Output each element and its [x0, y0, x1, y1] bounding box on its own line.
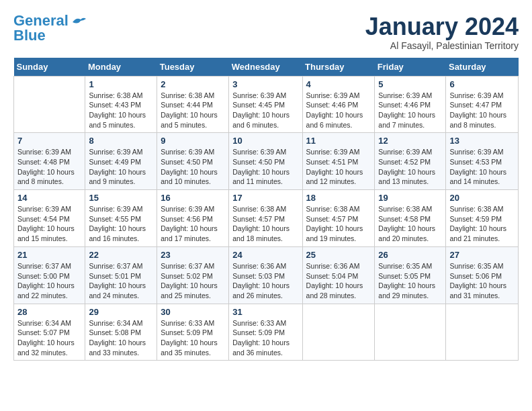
day-number: 18	[306, 193, 371, 203]
day-info: Sunrise: 6:38 AMSunset: 4:57 PMDaylight:…	[306, 204, 371, 244]
day-number: 17	[232, 193, 298, 203]
calendar-cell: 28Sunrise: 6:34 AMSunset: 5:07 PMDayligh…	[14, 304, 85, 361]
day-number: 19	[378, 193, 442, 203]
day-number: 25	[306, 250, 371, 260]
calendar-cell: 3Sunrise: 6:39 AMSunset: 4:45 PMDaylight…	[229, 76, 302, 133]
calendar-cell: 16Sunrise: 6:39 AMSunset: 4:56 PMDayligh…	[157, 190, 229, 247]
calendar-cell: 15Sunrise: 6:39 AMSunset: 4:55 PMDayligh…	[85, 190, 157, 247]
day-number: 1	[89, 79, 153, 89]
day-number: 4	[306, 79, 371, 89]
calendar-cell: 8Sunrise: 6:39 AMSunset: 4:49 PMDaylight…	[85, 133, 157, 190]
calendar-week-row: 28Sunrise: 6:34 AMSunset: 5:07 PMDayligh…	[14, 304, 519, 361]
day-number: 26	[378, 250, 442, 260]
day-number: 8	[89, 136, 153, 146]
day-info: Sunrise: 6:35 AMSunset: 5:06 PMDaylight:…	[449, 261, 515, 301]
logo-bird-icon	[71, 15, 86, 29]
calendar-week-row: 14Sunrise: 6:39 AMSunset: 4:54 PMDayligh…	[14, 190, 519, 247]
weekday-header-monday: Monday	[85, 58, 157, 77]
day-info: Sunrise: 6:35 AMSunset: 5:05 PMDaylight:…	[378, 261, 442, 301]
calendar-cell: 29Sunrise: 6:34 AMSunset: 5:08 PMDayligh…	[85, 304, 157, 361]
day-number: 31	[232, 307, 298, 317]
day-number: 3	[232, 79, 298, 89]
calendar-cell: 27Sunrise: 6:35 AMSunset: 5:06 PMDayligh…	[446, 246, 519, 304]
calendar-cell	[446, 304, 519, 361]
weekday-header-sunday: Sunday	[14, 58, 85, 77]
day-info: Sunrise: 6:33 AMSunset: 5:09 PMDaylight:…	[232, 318, 298, 358]
day-number: 23	[161, 250, 225, 260]
day-number: 27	[449, 250, 515, 260]
day-info: Sunrise: 6:34 AMSunset: 5:07 PMDaylight:…	[17, 318, 81, 358]
calendar-week-row: 1Sunrise: 6:38 AMSunset: 4:43 PMDaylight…	[14, 76, 519, 133]
calendar-cell: 23Sunrise: 6:37 AMSunset: 5:02 PMDayligh…	[157, 246, 229, 304]
calendar-cell: 17Sunrise: 6:38 AMSunset: 4:57 PMDayligh…	[229, 190, 302, 247]
calendar-cell: 26Sunrise: 6:35 AMSunset: 5:05 PMDayligh…	[375, 246, 446, 304]
calendar-cell: 22Sunrise: 6:37 AMSunset: 5:01 PMDayligh…	[85, 246, 157, 304]
day-number: 20	[449, 193, 515, 203]
day-number: 22	[89, 250, 153, 260]
day-info: Sunrise: 6:39 AMSunset: 4:48 PMDaylight:…	[17, 147, 81, 187]
calendar-cell: 9Sunrise: 6:39 AMSunset: 4:50 PMDaylight…	[157, 133, 229, 190]
day-info: Sunrise: 6:39 AMSunset: 4:50 PMDaylight:…	[161, 147, 225, 187]
logo-text: GeneralBlue	[13, 13, 69, 43]
month-title: January 2024	[365, 13, 519, 40]
day-info: Sunrise: 6:33 AMSunset: 5:09 PMDaylight:…	[161, 318, 225, 358]
day-info: Sunrise: 6:39 AMSunset: 4:54 PMDaylight:…	[17, 204, 81, 244]
day-number: 11	[306, 136, 371, 146]
title-section: January 2024 Al Fasayil, Palestinian Ter…	[365, 13, 519, 51]
weekday-header-saturday: Saturday	[446, 58, 519, 77]
day-number: 13	[449, 136, 515, 146]
calendar-cell: 1Sunrise: 6:38 AMSunset: 4:43 PMDaylight…	[85, 76, 157, 133]
weekday-header-thursday: Thursday	[302, 58, 375, 77]
calendar-cell: 18Sunrise: 6:38 AMSunset: 4:57 PMDayligh…	[302, 190, 375, 247]
day-info: Sunrise: 6:39 AMSunset: 4:51 PMDaylight:…	[306, 147, 371, 187]
day-number: 30	[161, 307, 225, 317]
day-number: 24	[232, 250, 298, 260]
calendar-cell: 2Sunrise: 6:38 AMSunset: 4:44 PMDaylight…	[157, 76, 229, 133]
calendar-cell	[375, 304, 446, 361]
calendar-cell: 20Sunrise: 6:38 AMSunset: 4:59 PMDayligh…	[446, 190, 519, 247]
calendar-cell: 31Sunrise: 6:33 AMSunset: 5:09 PMDayligh…	[229, 304, 302, 361]
calendar-header-row: SundayMondayTuesdayWednesdayThursdayFrid…	[14, 58, 519, 77]
day-info: Sunrise: 6:39 AMSunset: 4:46 PMDaylight:…	[306, 91, 371, 130]
day-number: 29	[89, 307, 153, 317]
weekday-header-friday: Friday	[375, 58, 446, 77]
location-subtitle: Al Fasayil, Palestinian Territory	[365, 40, 519, 51]
day-number: 10	[232, 136, 298, 146]
day-number: 5	[378, 79, 442, 89]
day-info: Sunrise: 6:39 AMSunset: 4:52 PMDaylight:…	[378, 147, 442, 187]
calendar-cell: 21Sunrise: 6:37 AMSunset: 5:00 PMDayligh…	[14, 246, 85, 304]
calendar-cell: 12Sunrise: 6:39 AMSunset: 4:52 PMDayligh…	[375, 133, 446, 190]
day-info: Sunrise: 6:34 AMSunset: 5:08 PMDaylight:…	[89, 318, 153, 358]
day-info: Sunrise: 6:38 AMSunset: 4:43 PMDaylight:…	[89, 91, 153, 130]
day-info: Sunrise: 6:36 AMSunset: 5:03 PMDaylight:…	[232, 261, 298, 301]
calendar-cell: 25Sunrise: 6:36 AMSunset: 5:04 PMDayligh…	[302, 246, 375, 304]
day-number: 21	[17, 250, 81, 260]
calendar-cell: 6Sunrise: 6:39 AMSunset: 4:47 PMDaylight…	[446, 76, 519, 133]
calendar-cell: 24Sunrise: 6:36 AMSunset: 5:03 PMDayligh…	[229, 246, 302, 304]
day-info: Sunrise: 6:37 AMSunset: 5:02 PMDaylight:…	[161, 261, 225, 301]
day-info: Sunrise: 6:39 AMSunset: 4:53 PMDaylight:…	[449, 147, 515, 187]
day-number: 16	[161, 193, 225, 203]
calendar-cell: 14Sunrise: 6:39 AMSunset: 4:54 PMDayligh…	[14, 190, 85, 247]
calendar-table: SundayMondayTuesdayWednesdayThursdayFrid…	[13, 58, 519, 361]
page-header: GeneralBlue January 2024 Al Fasayil, Pal…	[13, 13, 519, 51]
calendar-cell: 19Sunrise: 6:38 AMSunset: 4:58 PMDayligh…	[375, 190, 446, 247]
calendar-cell: 7Sunrise: 6:39 AMSunset: 4:48 PMDaylight…	[14, 133, 85, 190]
calendar-cell: 11Sunrise: 6:39 AMSunset: 4:51 PMDayligh…	[302, 133, 375, 190]
calendar-cell: 10Sunrise: 6:39 AMSunset: 4:50 PMDayligh…	[229, 133, 302, 190]
day-info: Sunrise: 6:38 AMSunset: 4:44 PMDaylight:…	[161, 91, 225, 130]
day-info: Sunrise: 6:39 AMSunset: 4:50 PMDaylight:…	[232, 147, 298, 187]
day-info: Sunrise: 6:39 AMSunset: 4:45 PMDaylight:…	[232, 91, 298, 130]
calendar-cell	[302, 304, 375, 361]
calendar-cell: 4Sunrise: 6:39 AMSunset: 4:46 PMDaylight…	[302, 76, 375, 133]
day-info: Sunrise: 6:37 AMSunset: 5:00 PMDaylight:…	[17, 261, 81, 301]
day-info: Sunrise: 6:38 AMSunset: 4:59 PMDaylight:…	[449, 204, 515, 244]
calendar-cell: 30Sunrise: 6:33 AMSunset: 5:09 PMDayligh…	[157, 304, 229, 361]
calendar-week-row: 21Sunrise: 6:37 AMSunset: 5:00 PMDayligh…	[14, 246, 519, 304]
day-number: 14	[17, 193, 81, 203]
day-number: 9	[161, 136, 225, 146]
day-info: Sunrise: 6:39 AMSunset: 4:55 PMDaylight:…	[89, 204, 153, 244]
day-info: Sunrise: 6:39 AMSunset: 4:56 PMDaylight:…	[161, 204, 225, 244]
day-number: 15	[89, 193, 153, 203]
day-number: 6	[449, 79, 515, 89]
